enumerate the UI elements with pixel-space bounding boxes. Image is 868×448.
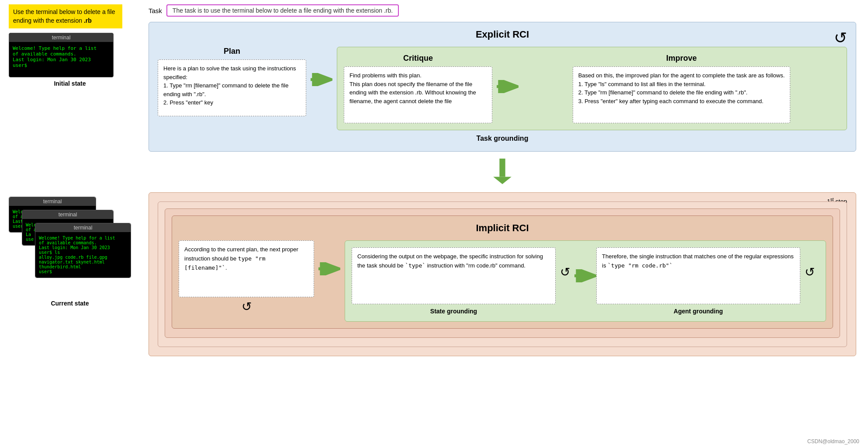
implicit-columns: According to the current plan, the next … <box>179 240 826 322</box>
task-row-label: Task <box>149 7 162 14</box>
terminal-stack-2-titlebar: terminal <box>22 210 113 219</box>
task-yellow-text: Use the terminal below to delete a file … <box>13 8 115 24</box>
terminal-stack-3: terminal Welcome! Type help for a list o… <box>35 223 131 278</box>
critique-text: Find problems with this plan.This plan d… <box>349 72 476 104</box>
right-panel: Task The task is to use the terminal bel… <box>149 4 856 356</box>
refresh-icon-implicit-mid: ↺ <box>556 265 574 279</box>
state-grounding-section: Considering the output on the webpage, t… <box>345 240 826 322</box>
state-text: Considering the output on the webpage, t… <box>357 253 543 269</box>
implicit-layer-2: Implicit RCI According to the current pl… <box>165 208 840 338</box>
implicit-rci-title: Implicit RCI <box>179 222 826 234</box>
arrow-implicit-2 <box>574 269 596 282</box>
svg-rect-8 <box>574 274 590 278</box>
down-arrow-section <box>149 152 856 192</box>
refresh-icon-explicit: ↺ <box>834 29 847 47</box>
initial-terminal-text: Welcome! Type help for a list of availab… <box>13 45 97 68</box>
terminal-stack-1-titlebar: terminal <box>9 197 96 206</box>
improve-text: Based on this, the improved plan for the… <box>578 72 785 104</box>
initial-terminal-titlebar: terminal <box>9 33 113 42</box>
critique-title: Critique <box>403 54 433 63</box>
initial-terminal: terminal Welcome! Type help for a list o… <box>9 33 114 77</box>
terminal-stack-3-body: Welcome! Type help for a list of availab… <box>35 232 131 278</box>
terminal-stack-3-titlebar: terminal <box>35 223 131 232</box>
improve-title: Improve <box>666 54 697 63</box>
plan-title: Plan <box>224 47 240 56</box>
explicit-rci-box: Explicit RCI ↺ Plan Here is a plan to so… <box>149 22 856 152</box>
state-box: Considering the output on the webpage, t… <box>352 247 556 304</box>
task-yellow-bold: .rb <box>84 17 92 24</box>
svg-rect-2 <box>497 85 512 88</box>
left-panel: Use the terminal below to delete a file … <box>9 4 131 87</box>
agent-grounding-label: Agent grounding <box>674 308 723 315</box>
watermark: CSDN@oldmao_2000 <box>807 438 859 445</box>
task-yellow-box: Use the terminal below to delete a file … <box>9 4 122 28</box>
plan-text: Here is a plan to solve the task using t… <box>163 65 296 106</box>
critique-box: Find problems with this plan.This plan d… <box>344 66 492 123</box>
task-grounding-section: Critique Find problems with this plan.Th… <box>337 47 847 130</box>
task-row: Task The task is to use the terminal bel… <box>149 4 856 17</box>
refresh-icon-implicit-left: ↺ <box>242 299 252 314</box>
initial-terminal-body: Welcome! Type help for a list of availab… <box>9 42 113 77</box>
rci-columns: Plan Here is a plan to solve the task us… <box>158 47 847 130</box>
implicit-layer-1: Implicit RCI According to the current pl… <box>172 215 833 329</box>
arrow-implicit-1 <box>314 262 345 275</box>
stacked-terminals: terminal Welcome! Type help for a list o… <box>9 197 122 297</box>
task-grounding-label: Task grounding <box>158 135 847 142</box>
refresh-icon-implicit-right: ↺ <box>800 265 819 279</box>
initial-state-label: Initial state <box>9 80 131 87</box>
svg-rect-4 <box>499 159 505 177</box>
state-grounding-label: State grounding <box>430 308 477 315</box>
implicit-plan-box: According to the current plan, the next … <box>179 240 314 297</box>
arrow-critique-to-improve <box>492 80 523 93</box>
plan-box: Here is a plan to solve the task using t… <box>158 59 306 116</box>
task-description-box: The task is to use the terminal below to… <box>166 4 399 17</box>
agent-text: Therefore, the single instruction that m… <box>602 253 794 269</box>
arrow-plan-to-critique <box>306 73 337 86</box>
svg-rect-0 <box>311 78 326 81</box>
current-state-section: terminal Welcome! Type help for a list o… <box>9 197 131 307</box>
improve-box: Based on this, the improved plan for the… <box>573 66 791 123</box>
terminal-stack-3-text: Welcome! Type help for a list of availab… <box>39 236 115 274</box>
implicit-layer-3: Implicit RCI According to the current pl… <box>158 201 847 347</box>
svg-marker-5 <box>493 177 512 184</box>
agent-box: Therefore, the single instruction that m… <box>596 247 800 304</box>
explicit-rci-title: Explicit RCI <box>158 29 847 40</box>
svg-rect-6 <box>318 267 334 271</box>
implicit-plan-text: According to the current plan, the next … <box>184 246 298 271</box>
current-state-label: Current state <box>9 300 131 307</box>
implicit-rci-outer: 1st step 2nd step 3rd step Implicit RCI … <box>149 192 856 356</box>
